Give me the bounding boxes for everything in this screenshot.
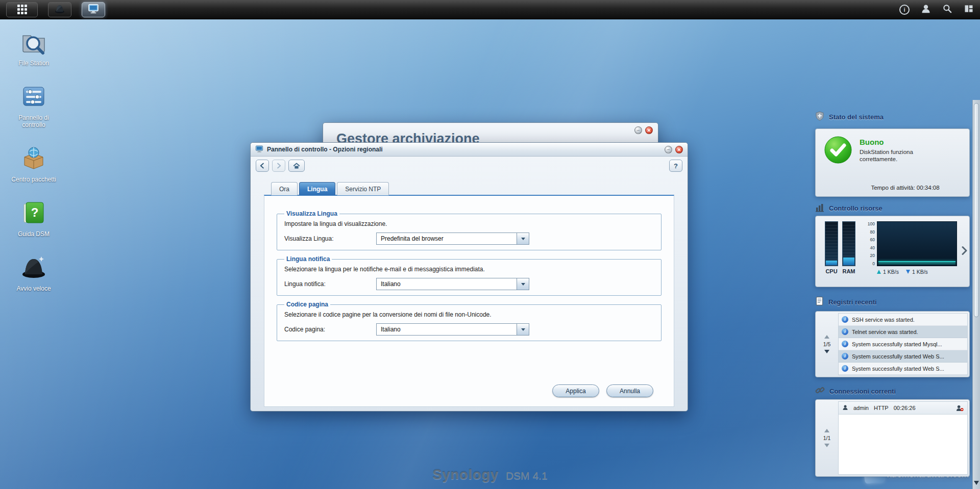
main-menu-button[interactable] — [6, 2, 38, 17]
log-message: Telnet service was started. — [852, 329, 918, 335]
codepage-select[interactable]: Italiano — [376, 323, 529, 336]
widget-title: Controllo risorse — [829, 204, 883, 212]
cpu-gauge — [825, 221, 838, 266]
scrollbar-thumb[interactable] — [974, 103, 979, 317]
window-icon — [255, 145, 263, 155]
notification-language-select[interactable]: Italiano — [376, 278, 529, 290]
log-message: SSH service was started. — [852, 317, 915, 323]
control-panel-window: Pannello di controllo - Opzioni regional… — [250, 142, 688, 411]
home-button[interactable] — [288, 160, 305, 172]
select-value: Predefinita del browser — [377, 235, 517, 242]
log-row[interactable]: System successfully started Web S... — [839, 350, 967, 363]
section-description: Selezionare il codice pagine per la conv… — [284, 311, 654, 318]
widget-title: Connessioni correnti — [829, 388, 896, 395]
taskbar-desktop-button[interactable] — [82, 2, 105, 17]
log-list: SSH service was started. Telnet service … — [838, 313, 968, 375]
display-language-select[interactable]: Predefinita del browser — [376, 233, 529, 245]
info-icon — [842, 316, 848, 323]
user-menu-button[interactable] — [921, 4, 931, 15]
section-codice-pagina: Codice pagina Selezionare il codice pagi… — [277, 301, 662, 341]
log-row[interactable]: SSH service was started. — [839, 314, 967, 326]
scroll-down-button[interactable] — [973, 478, 980, 487]
page-up-icon[interactable] — [824, 335, 829, 339]
apply-button[interactable]: Applica — [552, 384, 599, 397]
help-book-icon: ? — [20, 199, 47, 228]
page-down-icon[interactable] — [824, 444, 829, 447]
desktop-icon-quick-start[interactable]: Avvio veloce — [7, 254, 60, 292]
status-row: Buono DiskStation funziona correttamente… — [816, 129, 969, 166]
kick-connection-button[interactable] — [956, 405, 964, 411]
widget-next-page-button[interactable] — [961, 246, 968, 257]
section-legend: Lingua notifica — [284, 255, 332, 263]
uptime-text: Tempo di attività: 00:34:08 — [816, 185, 969, 191]
log-message: System successfully started Web S... — [852, 353, 944, 359]
back-button[interactable] — [256, 160, 269, 172]
page-up-icon[interactable] — [824, 429, 829, 432]
pilot-view-button[interactable] — [964, 4, 974, 15]
scale-tick: 100 — [861, 221, 875, 226]
field-row: Codice pagina: Italiano — [284, 323, 654, 336]
close-button[interactable] — [675, 146, 683, 153]
desktop-icon-dsm-help[interactable]: ? Guida DSM — [7, 199, 60, 238]
window-help-button[interactable] — [669, 160, 682, 172]
info-icon — [842, 328, 848, 335]
tab-panel-lingua: Visualizza Lingua Impostare la lingua di… — [264, 195, 674, 407]
titlebar[interactable]: Pannello di controllo - Opzioni regional… — [251, 143, 688, 157]
notifications-button[interactable] — [899, 5, 910, 15]
window-title: Pannello di controllo - Opzioni regional… — [267, 146, 383, 153]
scale-tick: 40 — [861, 245, 875, 250]
field-label: Lingua notifica: — [284, 280, 376, 288]
section-lingua-notifica: Lingua notifica Selezionare la lingua pe… — [277, 255, 662, 296]
tab-lingua[interactable]: Lingua — [299, 182, 335, 195]
minimize-button[interactable] — [634, 126, 642, 134]
network-scale: 100 80 60 40 20 0 — [861, 221, 877, 266]
desktop-icon-column: File Station Pannello di controllo Centr… — [7, 29, 60, 292]
scale-tick: 60 — [861, 237, 875, 242]
log-row[interactable]: System successfully started Web S... — [839, 363, 967, 375]
scale-tick: 0 — [861, 261, 875, 266]
cancel-button[interactable]: Annulla — [606, 384, 653, 397]
resource-monitor-header: Controllo risorse — [815, 203, 970, 214]
connection-row[interactable]: admin HTTP 00:26:26 — [839, 402, 967, 415]
forward-button[interactable] — [272, 160, 285, 172]
scale-tick: 80 — [861, 229, 875, 235]
upload-value: 1 KB/s — [883, 269, 899, 275]
tab-servizio-ntp[interactable]: Servizio NTP — [337, 182, 389, 195]
chevron-down-icon[interactable] — [517, 324, 529, 335]
shield-icon — [815, 111, 824, 122]
page-down-icon[interactable] — [824, 350, 829, 353]
desktop-icon-package-center[interactable]: Centro pacchetti — [7, 145, 60, 183]
log-row[interactable]: Telnet service was started. — [839, 326, 967, 338]
window-controls — [634, 126, 653, 134]
monitor-icon — [88, 3, 99, 16]
minimize-button[interactable] — [665, 146, 672, 153]
ram-gauge-fill — [843, 258, 854, 265]
section-visualizza-lingua: Visualizza Lingua Impostare la lingua di… — [277, 210, 662, 250]
select-value: Italiano — [377, 326, 517, 333]
widget-title: Stato del sistema — [829, 113, 884, 121]
recent-logs-header: Registri recenti — [815, 296, 970, 307]
sidebar-scrollbar[interactable] — [972, 100, 980, 489]
desktop-icon-label: Centro pacchetti — [11, 176, 56, 183]
taskbar-quickstart-button[interactable] — [48, 2, 71, 17]
connection-user: admin — [853, 405, 869, 411]
file-station-icon — [20, 29, 47, 57]
magic-hat-icon — [54, 3, 65, 16]
scale-tick: 20 — [861, 253, 875, 258]
connections-widget: 1/1 admin HTTP 00:26:26 — [815, 399, 970, 477]
system-status-header: Stato del sistema — [815, 111, 970, 122]
upload-rate: 1 KB/s — [877, 269, 899, 275]
log-row[interactable]: System successfully started Mysql... — [839, 338, 967, 350]
control-panel-icon — [20, 83, 47, 112]
search-button[interactable] — [942, 4, 952, 15]
tab-ora[interactable]: Ora — [271, 182, 298, 195]
dsm-watermark: Synology DSM 4.1 — [432, 467, 547, 483]
close-button[interactable] — [645, 126, 653, 134]
desktop-icon-file-station[interactable]: File Station — [7, 29, 60, 67]
network-graph-column: 1 KB/s 1 KB/s — [877, 221, 957, 275]
section-legend: Visualizza Lingua — [284, 210, 339, 217]
desktop-icon-control-panel[interactable]: Pannello di controllo — [7, 83, 60, 128]
chevron-down-icon[interactable] — [517, 233, 529, 244]
chevron-down-icon[interactable] — [517, 278, 529, 290]
connection-protocol: HTTP — [874, 405, 889, 411]
